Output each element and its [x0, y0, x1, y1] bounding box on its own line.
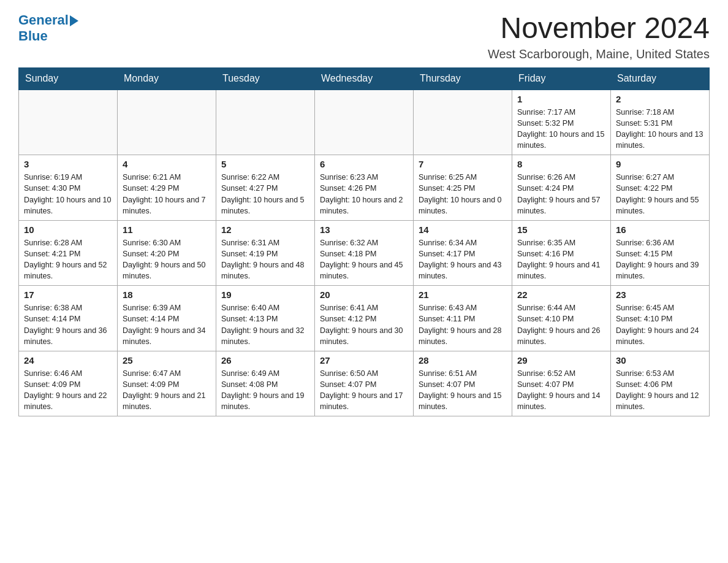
day-info: Sunrise: 6:52 AM Sunset: 4:07 PM Dayligh…	[517, 368, 605, 413]
day-info: Sunrise: 7:18 AM Sunset: 5:31 PM Dayligh…	[616, 107, 704, 151]
calendar-week-row: 17Sunrise: 6:38 AM Sunset: 4:14 PM Dayli…	[19, 286, 710, 351]
day-number: 19	[221, 289, 309, 300]
day-number: 27	[320, 355, 408, 366]
day-info: Sunrise: 6:49 AM Sunset: 4:08 PM Dayligh…	[221, 368, 309, 413]
day-info: Sunrise: 6:35 AM Sunset: 4:16 PM Dayligh…	[517, 237, 605, 282]
day-number: 13	[320, 224, 408, 235]
day-info: Sunrise: 6:31 AM Sunset: 4:19 PM Dayligh…	[221, 237, 309, 282]
calendar-cell: 6Sunrise: 6:23 AM Sunset: 4:26 PM Daylig…	[315, 155, 414, 221]
day-info: Sunrise: 6:25 AM Sunset: 4:25 PM Dayligh…	[419, 172, 507, 216]
calendar-cell: 14Sunrise: 6:34 AM Sunset: 4:17 PM Dayli…	[414, 220, 512, 286]
calendar-cell: 23Sunrise: 6:45 AM Sunset: 4:10 PM Dayli…	[611, 286, 710, 351]
calendar-cell: 25Sunrise: 6:47 AM Sunset: 4:09 PM Dayli…	[118, 351, 216, 416]
day-info: Sunrise: 6:28 AM Sunset: 4:21 PM Dayligh…	[24, 237, 112, 282]
logo-general-text: General	[18, 12, 69, 28]
calendar-cell: 19Sunrise: 6:40 AM Sunset: 4:13 PM Dayli…	[216, 286, 315, 351]
day-info: Sunrise: 6:45 AM Sunset: 4:10 PM Dayligh…	[616, 302, 704, 347]
calendar-cell	[414, 90, 512, 155]
calendar-col-header: Thursday	[414, 67, 512, 90]
calendar-cell: 3Sunrise: 6:19 AM Sunset: 4:30 PM Daylig…	[19, 155, 118, 221]
day-number: 1	[517, 94, 605, 104]
day-number: 3	[24, 159, 112, 169]
day-number: 15	[517, 224, 605, 235]
calendar-week-row: 10Sunrise: 6:28 AM Sunset: 4:21 PM Dayli…	[19, 220, 710, 286]
day-info: Sunrise: 6:36 AM Sunset: 4:15 PM Dayligh…	[616, 237, 704, 282]
day-info: Sunrise: 6:23 AM Sunset: 4:26 PM Dayligh…	[320, 172, 408, 216]
day-number: 29	[517, 355, 605, 366]
calendar-week-row: 1Sunrise: 7:17 AM Sunset: 5:32 PM Daylig…	[19, 90, 710, 155]
calendar-cell: 27Sunrise: 6:50 AM Sunset: 4:07 PM Dayli…	[315, 351, 414, 416]
day-info: Sunrise: 6:32 AM Sunset: 4:18 PM Dayligh…	[320, 237, 408, 282]
day-info: Sunrise: 6:50 AM Sunset: 4:07 PM Dayligh…	[320, 368, 408, 413]
calendar-col-header: Saturday	[611, 67, 710, 90]
day-number: 21	[419, 289, 507, 300]
day-number: 12	[221, 224, 309, 235]
calendar-cell	[19, 90, 118, 155]
day-info: Sunrise: 6:53 AM Sunset: 4:06 PM Dayligh…	[616, 368, 704, 413]
calendar-cell: 21Sunrise: 6:43 AM Sunset: 4:11 PM Dayli…	[414, 286, 512, 351]
day-info: Sunrise: 6:38 AM Sunset: 4:14 PM Dayligh…	[24, 302, 112, 347]
logo: General Blue	[18, 12, 78, 44]
calendar-cell: 12Sunrise: 6:31 AM Sunset: 4:19 PM Dayli…	[216, 220, 315, 286]
calendar-cell: 8Sunrise: 6:26 AM Sunset: 4:24 PM Daylig…	[512, 155, 611, 221]
calendar-col-header: Monday	[118, 67, 216, 90]
day-info: Sunrise: 6:51 AM Sunset: 4:07 PM Dayligh…	[419, 368, 507, 413]
day-info: Sunrise: 6:44 AM Sunset: 4:10 PM Dayligh…	[517, 302, 605, 347]
day-info: Sunrise: 6:39 AM Sunset: 4:14 PM Dayligh…	[123, 302, 211, 347]
day-info: Sunrise: 7:17 AM Sunset: 5:32 PM Dayligh…	[517, 107, 605, 151]
day-number: 24	[24, 355, 112, 366]
day-info: Sunrise: 6:30 AM Sunset: 4:20 PM Dayligh…	[123, 237, 211, 282]
day-number: 2	[616, 94, 704, 104]
calendar-cell: 24Sunrise: 6:46 AM Sunset: 4:09 PM Dayli…	[19, 351, 118, 416]
calendar-cell: 29Sunrise: 6:52 AM Sunset: 4:07 PM Dayli…	[512, 351, 611, 416]
day-info: Sunrise: 6:26 AM Sunset: 4:24 PM Dayligh…	[517, 172, 605, 216]
day-info: Sunrise: 6:22 AM Sunset: 4:27 PM Dayligh…	[221, 172, 309, 216]
day-info: Sunrise: 6:34 AM Sunset: 4:17 PM Dayligh…	[419, 237, 507, 282]
calendar-cell: 4Sunrise: 6:21 AM Sunset: 4:29 PM Daylig…	[118, 155, 216, 221]
calendar-cell: 13Sunrise: 6:32 AM Sunset: 4:18 PM Dayli…	[315, 220, 414, 286]
calendar-cell: 30Sunrise: 6:53 AM Sunset: 4:06 PM Dayli…	[611, 351, 710, 416]
calendar-week-row: 24Sunrise: 6:46 AM Sunset: 4:09 PM Dayli…	[19, 351, 710, 416]
calendar-cell: 15Sunrise: 6:35 AM Sunset: 4:16 PM Dayli…	[512, 220, 611, 286]
calendar-cell: 7Sunrise: 6:25 AM Sunset: 4:25 PM Daylig…	[414, 155, 512, 221]
logo-blue-text: Blue	[18, 28, 48, 44]
title-section: November 2024 West Scarborough, Maine, U…	[488, 12, 710, 61]
day-number: 22	[517, 289, 605, 300]
day-info: Sunrise: 6:43 AM Sunset: 4:11 PM Dayligh…	[419, 302, 507, 347]
calendar-col-header: Friday	[512, 67, 611, 90]
calendar-col-header: Tuesday	[216, 67, 315, 90]
day-number: 14	[419, 224, 507, 235]
calendar-cell: 1Sunrise: 7:17 AM Sunset: 5:32 PM Daylig…	[512, 90, 611, 155]
day-info: Sunrise: 6:21 AM Sunset: 4:29 PM Dayligh…	[123, 172, 211, 216]
calendar-cell	[216, 90, 315, 155]
calendar-header-row: SundayMondayTuesdayWednesdayThursdayFrid…	[19, 67, 710, 90]
calendar-cell: 20Sunrise: 6:41 AM Sunset: 4:12 PM Dayli…	[315, 286, 414, 351]
calendar-cell: 9Sunrise: 6:27 AM Sunset: 4:22 PM Daylig…	[611, 155, 710, 221]
calendar-cell: 17Sunrise: 6:38 AM Sunset: 4:14 PM Dayli…	[19, 286, 118, 351]
logo-arrow-icon	[70, 15, 78, 26]
page-header: General Blue November 2024 West Scarboro…	[18, 12, 710, 61]
day-info: Sunrise: 6:46 AM Sunset: 4:09 PM Dayligh…	[24, 368, 112, 413]
day-number: 25	[123, 355, 211, 366]
month-title: November 2024	[488, 12, 710, 45]
day-number: 28	[419, 355, 507, 366]
day-number: 20	[320, 289, 408, 300]
day-number: 17	[24, 289, 112, 300]
day-number: 30	[616, 355, 704, 366]
calendar-cell: 16Sunrise: 6:36 AM Sunset: 4:15 PM Dayli…	[611, 220, 710, 286]
day-info: Sunrise: 6:47 AM Sunset: 4:09 PM Dayligh…	[123, 368, 211, 413]
calendar-cell: 10Sunrise: 6:28 AM Sunset: 4:21 PM Dayli…	[19, 220, 118, 286]
day-number: 7	[419, 159, 507, 169]
day-number: 11	[123, 224, 211, 235]
day-info: Sunrise: 6:40 AM Sunset: 4:13 PM Dayligh…	[221, 302, 309, 347]
calendar-cell: 11Sunrise: 6:30 AM Sunset: 4:20 PM Dayli…	[118, 220, 216, 286]
day-number: 9	[616, 159, 704, 169]
calendar-table: SundayMondayTuesdayWednesdayThursdayFrid…	[18, 67, 710, 417]
calendar-cell: 5Sunrise: 6:22 AM Sunset: 4:27 PM Daylig…	[216, 155, 315, 221]
calendar-cell: 26Sunrise: 6:49 AM Sunset: 4:08 PM Dayli…	[216, 351, 315, 416]
calendar-week-row: 3Sunrise: 6:19 AM Sunset: 4:30 PM Daylig…	[19, 155, 710, 221]
calendar-cell: 18Sunrise: 6:39 AM Sunset: 4:14 PM Dayli…	[118, 286, 216, 351]
day-info: Sunrise: 6:41 AM Sunset: 4:12 PM Dayligh…	[320, 302, 408, 347]
day-number: 16	[616, 224, 704, 235]
calendar-col-header: Wednesday	[315, 67, 414, 90]
